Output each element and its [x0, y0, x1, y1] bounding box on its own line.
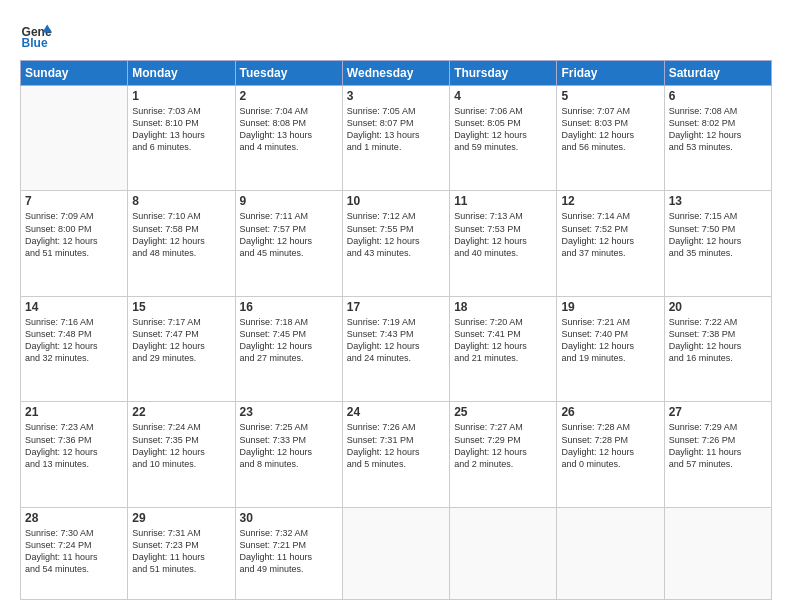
- calendar-header-thursday: Thursday: [450, 61, 557, 86]
- day-number: 11: [454, 194, 552, 208]
- calendar-cell: [21, 86, 128, 191]
- day-number: 25: [454, 405, 552, 419]
- calendar-cell: 10Sunrise: 7:12 AM Sunset: 7:55 PM Dayli…: [342, 191, 449, 296]
- calendar-cell: 26Sunrise: 7:28 AM Sunset: 7:28 PM Dayli…: [557, 402, 664, 507]
- logo-icon: General Blue: [20, 18, 52, 50]
- day-number: 20: [669, 300, 767, 314]
- day-info: Sunrise: 7:20 AM Sunset: 7:41 PM Dayligh…: [454, 316, 552, 365]
- calendar-cell: 4Sunrise: 7:06 AM Sunset: 8:05 PM Daylig…: [450, 86, 557, 191]
- day-info: Sunrise: 7:24 AM Sunset: 7:35 PM Dayligh…: [132, 421, 230, 470]
- day-number: 17: [347, 300, 445, 314]
- day-number: 21: [25, 405, 123, 419]
- calendar-cell: 5Sunrise: 7:07 AM Sunset: 8:03 PM Daylig…: [557, 86, 664, 191]
- calendar-cell: 2Sunrise: 7:04 AM Sunset: 8:08 PM Daylig…: [235, 86, 342, 191]
- day-number: 8: [132, 194, 230, 208]
- calendar-header-friday: Friday: [557, 61, 664, 86]
- calendar-cell: 6Sunrise: 7:08 AM Sunset: 8:02 PM Daylig…: [664, 86, 771, 191]
- day-number: 27: [669, 405, 767, 419]
- calendar-cell: 22Sunrise: 7:24 AM Sunset: 7:35 PM Dayli…: [128, 402, 235, 507]
- calendar-cell: 17Sunrise: 7:19 AM Sunset: 7:43 PM Dayli…: [342, 296, 449, 401]
- day-number: 1: [132, 89, 230, 103]
- day-info: Sunrise: 7:09 AM Sunset: 8:00 PM Dayligh…: [25, 210, 123, 259]
- day-info: Sunrise: 7:19 AM Sunset: 7:43 PM Dayligh…: [347, 316, 445, 365]
- day-info: Sunrise: 7:11 AM Sunset: 7:57 PM Dayligh…: [240, 210, 338, 259]
- calendar-cell: 13Sunrise: 7:15 AM Sunset: 7:50 PM Dayli…: [664, 191, 771, 296]
- calendar-week-1: 1Sunrise: 7:03 AM Sunset: 8:10 PM Daylig…: [21, 86, 772, 191]
- day-number: 22: [132, 405, 230, 419]
- day-number: 19: [561, 300, 659, 314]
- calendar-cell: 11Sunrise: 7:13 AM Sunset: 7:53 PM Dayli…: [450, 191, 557, 296]
- day-info: Sunrise: 7:10 AM Sunset: 7:58 PM Dayligh…: [132, 210, 230, 259]
- day-info: Sunrise: 7:07 AM Sunset: 8:03 PM Dayligh…: [561, 105, 659, 154]
- calendar-cell: 7Sunrise: 7:09 AM Sunset: 8:00 PM Daylig…: [21, 191, 128, 296]
- day-info: Sunrise: 7:25 AM Sunset: 7:33 PM Dayligh…: [240, 421, 338, 470]
- day-number: 9: [240, 194, 338, 208]
- calendar-cell: 20Sunrise: 7:22 AM Sunset: 7:38 PM Dayli…: [664, 296, 771, 401]
- calendar-cell: 21Sunrise: 7:23 AM Sunset: 7:36 PM Dayli…: [21, 402, 128, 507]
- svg-text:Blue: Blue: [22, 36, 48, 50]
- calendar-cell: 25Sunrise: 7:27 AM Sunset: 7:29 PM Dayli…: [450, 402, 557, 507]
- day-info: Sunrise: 7:32 AM Sunset: 7:21 PM Dayligh…: [240, 527, 338, 576]
- calendar-cell: 24Sunrise: 7:26 AM Sunset: 7:31 PM Dayli…: [342, 402, 449, 507]
- calendar-week-4: 21Sunrise: 7:23 AM Sunset: 7:36 PM Dayli…: [21, 402, 772, 507]
- calendar-cell: 28Sunrise: 7:30 AM Sunset: 7:24 PM Dayli…: [21, 507, 128, 599]
- day-number: 18: [454, 300, 552, 314]
- day-info: Sunrise: 7:03 AM Sunset: 8:10 PM Dayligh…: [132, 105, 230, 154]
- calendar-cell: 19Sunrise: 7:21 AM Sunset: 7:40 PM Dayli…: [557, 296, 664, 401]
- day-number: 7: [25, 194, 123, 208]
- calendar-header-row: SundayMondayTuesdayWednesdayThursdayFrid…: [21, 61, 772, 86]
- day-info: Sunrise: 7:23 AM Sunset: 7:36 PM Dayligh…: [25, 421, 123, 470]
- calendar-cell: [450, 507, 557, 599]
- day-number: 23: [240, 405, 338, 419]
- day-info: Sunrise: 7:17 AM Sunset: 7:47 PM Dayligh…: [132, 316, 230, 365]
- calendar-cell: [342, 507, 449, 599]
- calendar-header-saturday: Saturday: [664, 61, 771, 86]
- calendar-cell: 15Sunrise: 7:17 AM Sunset: 7:47 PM Dayli…: [128, 296, 235, 401]
- day-number: 24: [347, 405, 445, 419]
- day-number: 4: [454, 89, 552, 103]
- day-info: Sunrise: 7:21 AM Sunset: 7:40 PM Dayligh…: [561, 316, 659, 365]
- day-info: Sunrise: 7:18 AM Sunset: 7:45 PM Dayligh…: [240, 316, 338, 365]
- calendar-week-2: 7Sunrise: 7:09 AM Sunset: 8:00 PM Daylig…: [21, 191, 772, 296]
- day-info: Sunrise: 7:31 AM Sunset: 7:23 PM Dayligh…: [132, 527, 230, 576]
- day-info: Sunrise: 7:27 AM Sunset: 7:29 PM Dayligh…: [454, 421, 552, 470]
- calendar-week-3: 14Sunrise: 7:16 AM Sunset: 7:48 PM Dayli…: [21, 296, 772, 401]
- day-number: 30: [240, 511, 338, 525]
- day-number: 26: [561, 405, 659, 419]
- calendar-header-monday: Monday: [128, 61, 235, 86]
- day-number: 13: [669, 194, 767, 208]
- day-info: Sunrise: 7:14 AM Sunset: 7:52 PM Dayligh…: [561, 210, 659, 259]
- day-number: 3: [347, 89, 445, 103]
- day-info: Sunrise: 7:06 AM Sunset: 8:05 PM Dayligh…: [454, 105, 552, 154]
- day-info: Sunrise: 7:05 AM Sunset: 8:07 PM Dayligh…: [347, 105, 445, 154]
- day-number: 6: [669, 89, 767, 103]
- calendar-cell: 29Sunrise: 7:31 AM Sunset: 7:23 PM Dayli…: [128, 507, 235, 599]
- calendar-cell: [664, 507, 771, 599]
- day-number: 29: [132, 511, 230, 525]
- calendar-cell: 18Sunrise: 7:20 AM Sunset: 7:41 PM Dayli…: [450, 296, 557, 401]
- day-info: Sunrise: 7:28 AM Sunset: 7:28 PM Dayligh…: [561, 421, 659, 470]
- calendar-cell: 9Sunrise: 7:11 AM Sunset: 7:57 PM Daylig…: [235, 191, 342, 296]
- day-info: Sunrise: 7:29 AM Sunset: 7:26 PM Dayligh…: [669, 421, 767, 470]
- day-info: Sunrise: 7:26 AM Sunset: 7:31 PM Dayligh…: [347, 421, 445, 470]
- calendar-header-tuesday: Tuesday: [235, 61, 342, 86]
- day-number: 16: [240, 300, 338, 314]
- day-number: 2: [240, 89, 338, 103]
- day-info: Sunrise: 7:30 AM Sunset: 7:24 PM Dayligh…: [25, 527, 123, 576]
- calendar-cell: 27Sunrise: 7:29 AM Sunset: 7:26 PM Dayli…: [664, 402, 771, 507]
- day-number: 14: [25, 300, 123, 314]
- calendar-cell: 30Sunrise: 7:32 AM Sunset: 7:21 PM Dayli…: [235, 507, 342, 599]
- day-info: Sunrise: 7:04 AM Sunset: 8:08 PM Dayligh…: [240, 105, 338, 154]
- day-info: Sunrise: 7:16 AM Sunset: 7:48 PM Dayligh…: [25, 316, 123, 365]
- calendar-week-5: 28Sunrise: 7:30 AM Sunset: 7:24 PM Dayli…: [21, 507, 772, 599]
- day-info: Sunrise: 7:22 AM Sunset: 7:38 PM Dayligh…: [669, 316, 767, 365]
- header: General Blue: [20, 18, 772, 50]
- day-info: Sunrise: 7:12 AM Sunset: 7:55 PM Dayligh…: [347, 210, 445, 259]
- day-number: 28: [25, 511, 123, 525]
- day-number: 10: [347, 194, 445, 208]
- calendar-cell: 23Sunrise: 7:25 AM Sunset: 7:33 PM Dayli…: [235, 402, 342, 507]
- day-info: Sunrise: 7:13 AM Sunset: 7:53 PM Dayligh…: [454, 210, 552, 259]
- calendar-cell: 3Sunrise: 7:05 AM Sunset: 8:07 PM Daylig…: [342, 86, 449, 191]
- calendar-cell: 16Sunrise: 7:18 AM Sunset: 7:45 PM Dayli…: [235, 296, 342, 401]
- day-info: Sunrise: 7:15 AM Sunset: 7:50 PM Dayligh…: [669, 210, 767, 259]
